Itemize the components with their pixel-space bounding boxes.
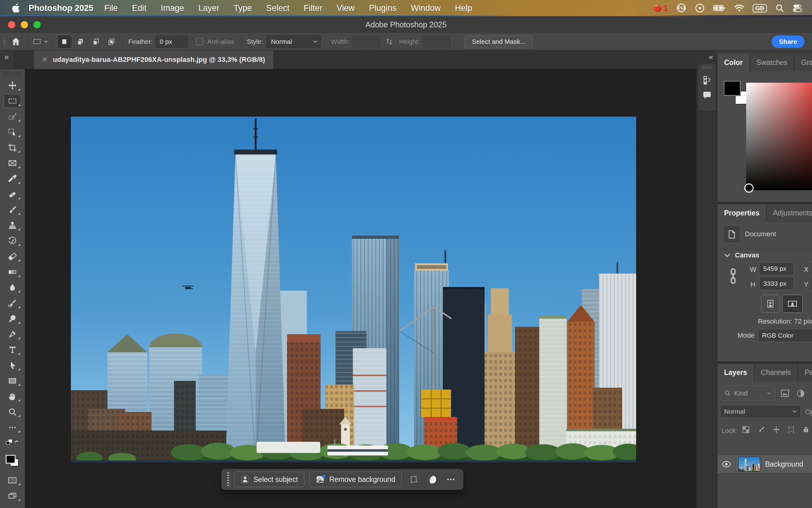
layer-visibility-toggle[interactable] — [718, 455, 735, 473]
rectangular-marquee-tool[interactable] — [0, 93, 25, 109]
menu-item[interactable]: Window — [403, 3, 448, 13]
zoom-tool[interactable] — [0, 404, 25, 420]
history-brush-tool[interactable] — [0, 233, 25, 249]
menu-item[interactable]: Select — [259, 3, 297, 13]
object-selection-tool[interactable] — [0, 124, 25, 140]
document-canvas[interactable] — [71, 117, 636, 463]
share-button[interactable]: Share — [772, 35, 805, 48]
menu-item[interactable]: Plugins — [362, 3, 404, 13]
menu-item[interactable]: View — [330, 3, 362, 13]
filter-adjustment-layers-icon[interactable] — [797, 389, 805, 398]
remove-background-button[interactable]: Remove background — [309, 472, 402, 487]
eyedropper-tool[interactable] — [0, 171, 25, 186]
battery-icon[interactable] — [713, 3, 726, 13]
tools-panel-grip[interactable] — [3, 72, 22, 77]
blur-tool[interactable] — [0, 280, 25, 295]
app-menu-title[interactable]: Photoshop 2025 — [29, 3, 94, 13]
apple-menu[interactable] — [12, 3, 20, 13]
layer-filter-select[interactable]: Kind — [720, 386, 775, 401]
color-cursor[interactable] — [744, 183, 754, 193]
type-tool[interactable] — [0, 342, 25, 357]
landscape-orientation-button[interactable] — [782, 295, 803, 313]
clone-stamp-tool[interactable] — [0, 218, 25, 233]
portrait-orientation-button[interactable] — [761, 295, 780, 313]
creative-cloud-icon[interactable] — [676, 3, 687, 13]
lock-position-icon[interactable] — [772, 426, 780, 434]
layer-row-background[interactable]: Background — [718, 455, 812, 473]
layer-thumbnail[interactable] — [738, 457, 760, 472]
keyboard-layout-badge[interactable]: GB — [753, 4, 767, 12]
menu-item[interactable]: Type — [227, 3, 259, 13]
crop-tool[interactable] — [0, 140, 25, 156]
document-tab[interactable]: × udayaditya-barua-AB2PHF206XA-unsplash.… — [34, 50, 274, 69]
version-history-icon[interactable] — [698, 72, 716, 88]
brush-tool[interactable] — [0, 202, 25, 218]
collapse-panels-toggle[interactable]: « — [709, 52, 713, 62]
taskbar-more-icon[interactable] — [444, 473, 458, 486]
wifi-icon[interactable] — [734, 3, 745, 13]
pen-tool[interactable] — [0, 327, 25, 342]
add-to-selection-button[interactable] — [73, 35, 88, 48]
close-window-button[interactable] — [8, 21, 15, 28]
blend-mode-select[interactable]: Normal — [720, 405, 801, 418]
tab-properties[interactable]: Properties — [718, 204, 767, 222]
filter-pixel-layers-icon[interactable] — [780, 389, 790, 398]
menu-item[interactable]: Filter — [297, 3, 330, 13]
canvas-section-chevron-icon[interactable] — [724, 253, 731, 258]
menu-item[interactable]: Edit — [125, 3, 154, 13]
canvas-width-input[interactable] — [759, 262, 794, 275]
play-icon[interactable] — [695, 3, 705, 13]
link-dimensions-icon[interactable] — [729, 268, 737, 284]
swap-dimensions-icon[interactable] — [385, 37, 393, 46]
lock-artboard-icon[interactable] — [787, 426, 795, 434]
quick-mask-mode[interactable] — [0, 473, 25, 488]
tab-gradients[interactable]: Gradients — [795, 53, 812, 72]
dodge-tool[interactable] — [0, 311, 25, 327]
select-and-mask-button[interactable]: Select and Mask... — [465, 35, 533, 48]
minimize-window-button[interactable] — [21, 21, 28, 28]
canvas-x-input[interactable] — [811, 262, 812, 275]
tab-color[interactable]: Color — [718, 53, 750, 72]
select-subject-button[interactable]: Select subject — [234, 472, 304, 487]
canvas-height-input[interactable] — [759, 277, 794, 290]
rectangle-tool[interactable] — [0, 373, 25, 389]
lock-paint-icon[interactable] — [757, 426, 765, 434]
anti-alias-checkbox[interactable] — [196, 38, 203, 45]
tab-adjustments[interactable]: Adjustments — [767, 204, 812, 222]
default-and-swap-colors[interactable] — [0, 435, 25, 451]
search-icon[interactable] — [775, 3, 784, 13]
document-type-icon[interactable] — [723, 226, 741, 243]
spot-healing-brush-tool[interactable] — [0, 186, 25, 202]
canvas-workspace[interactable]: Select subject Remove background — [25, 69, 697, 508]
notification-icon[interactable]: 1 — [653, 3, 668, 13]
foreground-background-colors[interactable] — [0, 451, 25, 473]
selection-brush-tool[interactable] — [0, 109, 25, 124]
move-tool[interactable] — [0, 78, 25, 93]
menu-item[interactable]: Image — [154, 3, 191, 13]
width-input[interactable] — [352, 36, 380, 48]
home-button[interactable] — [11, 37, 20, 46]
path-selection-tool[interactable] — [0, 357, 25, 373]
tab-paths[interactable]: Paths — [798, 364, 812, 381]
foreground-color-swatch[interactable] — [724, 81, 741, 96]
gradient-tool[interactable] — [0, 264, 25, 280]
tab-channels[interactable]: Channels — [754, 364, 798, 381]
eraser-tool[interactable] — [0, 249, 25, 264]
hand-tool[interactable] — [0, 389, 25, 404]
frame-tool[interactable] — [0, 156, 25, 171]
mode-select[interactable]: RGB Color — [758, 329, 812, 342]
control-center-icon[interactable] — [793, 3, 802, 13]
intersect-selection-button[interactable] — [104, 35, 119, 48]
feather-input[interactable] — [156, 36, 188, 48]
tab-layers[interactable]: Layers — [718, 364, 754, 381]
taskbar-drag-handle[interactable] — [227, 472, 229, 486]
menu-item[interactable]: File — [97, 3, 125, 13]
height-input[interactable] — [423, 36, 450, 48]
transform-icon[interactable] — [407, 473, 420, 486]
edit-toolbar[interactable] — [0, 420, 25, 435]
smudge-tool[interactable] — [0, 295, 25, 311]
subtract-from-selection-button[interactable] — [89, 35, 103, 48]
expand-panels-toggle[interactable]: » — [0, 50, 13, 69]
dock-grip[interactable] — [702, 66, 713, 69]
new-selection-button[interactable] — [57, 35, 72, 48]
